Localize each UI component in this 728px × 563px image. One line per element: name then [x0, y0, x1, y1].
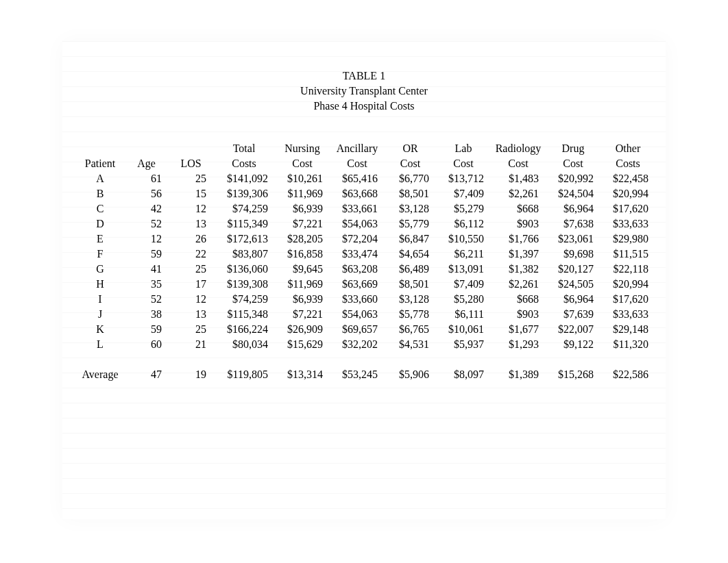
- average-age: 47: [124, 367, 169, 382]
- or-cell: $3,128: [385, 201, 436, 216]
- age-cell: 12: [124, 232, 169, 247]
- drug-cell: $7,638: [546, 216, 600, 232]
- average-los: 19: [169, 367, 213, 382]
- average-lab: $8,097: [436, 367, 491, 382]
- other-cell: $29,980: [600, 232, 655, 247]
- los-cell: 13: [169, 216, 213, 232]
- total-cell: $83,807: [213, 247, 275, 262]
- or-cell: $6,847: [385, 232, 436, 247]
- average-or: $5,906: [385, 367, 436, 382]
- or-cell: $3,128: [385, 292, 436, 307]
- drug-cell: $6,964: [546, 292, 600, 307]
- or-cell: $6,765: [385, 322, 436, 337]
- lab-cell: $5,937: [436, 337, 491, 352]
- header-radiology-l2: Cost: [491, 156, 546, 171]
- title-block: TABLE 1 University Transplant Center Pha…: [76, 68, 652, 114]
- total-cell: $80,034: [213, 337, 275, 352]
- table-row: H3517$139,308$11,969$63,669$8,501$7,409$…: [76, 277, 655, 292]
- nursing-cell: $6,939: [275, 292, 330, 307]
- age-cell: 52: [124, 292, 169, 307]
- nursing-cell: $7,221: [275, 216, 330, 232]
- or-cell: $8,501: [385, 277, 436, 292]
- other-cell: $20,994: [600, 186, 655, 201]
- lab-cell: $6,211: [436, 247, 491, 262]
- age-cell: 61: [124, 171, 169, 186]
- radiology-cell: $1,677: [491, 322, 546, 337]
- institution-name: University Transplant Center: [76, 84, 652, 99]
- table-row: K5925$166,224$26,909$69,657$6,765$10,061…: [76, 322, 655, 337]
- radiology-cell: $1,766: [491, 232, 546, 247]
- age-cell: 59: [124, 322, 169, 337]
- table-row: F5922$83,807$16,858$33,474$4,654$6,211$1…: [76, 247, 655, 262]
- other-cell: $17,620: [600, 292, 655, 307]
- ancillary-cell: $54,063: [330, 216, 385, 232]
- patient-cell: J: [76, 307, 124, 322]
- nursing-cell: $15,629: [275, 337, 330, 352]
- patient-cell: H: [76, 277, 124, 292]
- drug-cell: $20,992: [546, 171, 600, 186]
- average-radiology: $1,389: [491, 367, 546, 382]
- age-cell: 38: [124, 307, 169, 322]
- los-cell: 25: [169, 262, 213, 277]
- los-cell: 12: [169, 292, 213, 307]
- ancillary-cell: $54,063: [330, 307, 385, 322]
- lab-cell: $10,061: [436, 322, 491, 337]
- ancillary-cell: $33,660: [330, 292, 385, 307]
- los-cell: 17: [169, 277, 213, 292]
- or-cell: $4,531: [385, 337, 436, 352]
- total-cell: $136,060: [213, 262, 275, 277]
- other-cell: $22,458: [600, 171, 655, 186]
- radiology-cell: $903: [491, 307, 546, 322]
- age-cell: 56: [124, 186, 169, 201]
- or-cell: $6,770: [385, 171, 436, 186]
- nursing-cell: $26,909: [275, 322, 330, 337]
- table-header: Total Nursing Ancillary OR Lab Radiology…: [76, 141, 655, 171]
- ancillary-cell: $69,657: [330, 322, 385, 337]
- table-row: B5615$139,306$11,969$63,668$8,501$7,409$…: [76, 186, 655, 201]
- header-ancillary-l2: Cost: [330, 156, 385, 171]
- header-lab-l1: Lab: [436, 141, 491, 156]
- los-cell: 21: [169, 337, 213, 352]
- ancillary-cell: $33,474: [330, 247, 385, 262]
- drug-cell: $9,698: [546, 247, 600, 262]
- patient-cell: K: [76, 322, 124, 337]
- other-cell: $17,620: [600, 201, 655, 216]
- header-patient: Patient: [76, 156, 124, 171]
- los-cell: 26: [169, 232, 213, 247]
- average-label: Average: [76, 367, 124, 382]
- header-drug-l2: Cost: [546, 156, 600, 171]
- total-cell: $74,259: [213, 292, 275, 307]
- other-cell: $11,515: [600, 247, 655, 262]
- header-los: LOS: [169, 156, 213, 171]
- ancillary-cell: $32,202: [330, 337, 385, 352]
- table-row: C4212$74,259$6,939$33,661$3,128$5,279$66…: [76, 201, 655, 216]
- average-drug: $15,268: [546, 367, 600, 382]
- total-cell: $166,224: [213, 322, 275, 337]
- los-cell: 25: [169, 171, 213, 186]
- average-row: Average 47 19 $119,805 $13,314 $53,245 $…: [76, 367, 655, 382]
- ancillary-cell: $33,661: [330, 201, 385, 216]
- header-drug-l1: Drug: [546, 141, 600, 156]
- total-cell: $141,092: [213, 171, 275, 186]
- average-total: $119,805: [213, 367, 275, 382]
- patient-cell: D: [76, 216, 124, 232]
- total-cell: $139,308: [213, 277, 275, 292]
- age-cell: 42: [124, 201, 169, 216]
- radiology-cell: $668: [491, 201, 546, 216]
- header-nursing-l2: Cost: [275, 156, 330, 171]
- drug-cell: $24,504: [546, 186, 600, 201]
- nursing-cell: $10,261: [275, 171, 330, 186]
- header-radiology-l1: Radiology: [491, 141, 546, 156]
- age-cell: 41: [124, 262, 169, 277]
- or-cell: $6,489: [385, 262, 436, 277]
- los-cell: 15: [169, 186, 213, 201]
- drug-cell: $24,505: [546, 277, 600, 292]
- or-cell: $5,779: [385, 216, 436, 232]
- table-row: J3813$115,348$7,221$54,063$5,778$6,111$9…: [76, 307, 655, 322]
- nursing-cell: $11,969: [275, 277, 330, 292]
- header-total-l1: Total: [213, 141, 275, 156]
- drug-cell: $7,639: [546, 307, 600, 322]
- lab-cell: $13,712: [436, 171, 491, 186]
- lab-cell: $5,279: [436, 201, 491, 216]
- or-cell: $5,778: [385, 307, 436, 322]
